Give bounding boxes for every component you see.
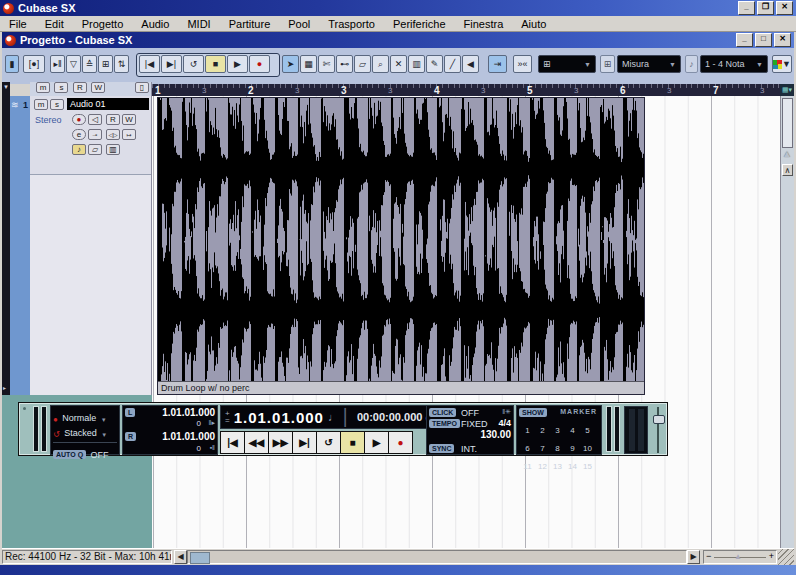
menu-item-midi[interactable]: MIDI [178, 17, 219, 31]
menu-item-finestra[interactable]: Finestra [455, 17, 513, 31]
marker-slot[interactable]: 10 [580, 443, 595, 454]
record-button[interactable]: ● [249, 55, 270, 73]
zoom-slider-handle[interactable]: ▲ [734, 552, 742, 561]
marker-slot[interactable]: 7 [535, 443, 550, 454]
mute-tool-button[interactable]: ✕ [390, 55, 407, 73]
inspector-bottom-icon[interactable]: ▸ [3, 384, 6, 391]
snap-mode-dropdown[interactable]: ⊞▼ [538, 55, 596, 73]
track-list-settings-button[interactable]: ▯ [135, 82, 149, 93]
hscroll-right-button[interactable]: ▶ [687, 550, 700, 564]
punch-in-icon[interactable]: ‖▸ [209, 419, 215, 427]
transport-grip[interactable] [21, 405, 29, 453]
menu-item-file[interactable]: File [0, 17, 36, 31]
menu-item-trasporto[interactable]: Trasporto [319, 17, 384, 31]
marker-slot[interactable]: 12 [535, 461, 550, 472]
transport-rewind-button[interactable]: ◀◀ [244, 431, 269, 454]
left-locator-time[interactable]: 1.01.01.000 [162, 407, 215, 418]
marker-slot[interactable]: 4 [565, 425, 580, 436]
menu-item-partiture[interactable]: Partiture [220, 17, 280, 31]
marker-slot[interactable]: 13 [550, 461, 565, 472]
marker-slot[interactable]: 11 [520, 461, 535, 472]
show-inspector-icon[interactable]: ▸‖ [50, 55, 65, 73]
punch-out-icon[interactable]: ▪‖ [210, 444, 215, 451]
auto-quantize-button[interactable]: AUTO Q [53, 450, 86, 459]
zoom-out-icon[interactable]: − [706, 551, 711, 561]
play-button[interactable]: ▶ [227, 55, 248, 73]
zoom-tool-button[interactable]: ⌕ [372, 55, 389, 73]
marker-slot[interactable]: 8 [550, 443, 565, 454]
open-pool-icon[interactable]: ⊞ [98, 55, 113, 73]
transport-forward-button[interactable]: ▶▶ [268, 431, 293, 454]
vertical-zoom-handle[interactable]: ▲ [782, 148, 792, 159]
fader-knob[interactable] [653, 415, 665, 424]
open-mixer-icon[interactable]: ⇅ [114, 55, 129, 73]
vertical-zoom-button[interactable]: ∧ [782, 164, 793, 176]
snap-button[interactable]: »« [513, 55, 532, 73]
audition-tool-button[interactable]: ◀ [462, 55, 479, 73]
line-tool-button[interactable]: ╱ [444, 55, 461, 73]
show-event-infoline-icon[interactable]: ≙ [82, 55, 97, 73]
range-tool-button[interactable]: ▦ [300, 55, 317, 73]
hscroll-thumb[interactable] [190, 552, 210, 564]
window-resize-grip[interactable] [778, 549, 794, 565]
tempo-button[interactable]: TEMPO [429, 419, 460, 428]
show-info-line-icon[interactable]: ▽ [66, 55, 81, 73]
left-locator-button[interactable]: L [125, 408, 135, 417]
master-fader[interactable] [652, 407, 664, 453]
sends-state-icon[interactable]: ↦ [122, 129, 136, 140]
vertical-scrollbar-thumb[interactable] [782, 98, 793, 148]
transport-goto-start-button[interactable]: |◀ [220, 431, 245, 454]
project-close-button[interactable]: ✕ [774, 33, 791, 47]
tempo-value[interactable]: 130.00 [480, 429, 511, 440]
right-locator-time[interactable]: 1.01.01.000 [162, 431, 215, 442]
transport-stop-button[interactable]: ■ [340, 431, 365, 454]
stop-button[interactable]: ■ [205, 55, 226, 73]
global-read-button[interactable]: R [73, 82, 87, 93]
zoom-in-icon[interactable]: + [769, 551, 774, 561]
auto-quantize-row[interactable]: AUTO Q OFF [53, 442, 117, 463]
lock-button[interactable]: ▱ [88, 144, 102, 155]
menu-item-progetto[interactable]: Progetto [73, 17, 133, 31]
glue-tool-button[interactable]: ⊷ [336, 55, 353, 73]
bars-beats-format-icon[interactable]: ♩ [328, 411, 339, 423]
horizontal-zoom-slider[interactable]: − + ▲ [703, 550, 777, 564]
eq-state-icon[interactable]: ◁▷ [106, 129, 120, 140]
click-icons[interactable]: ‖✳ [502, 408, 511, 416]
transport-record-button[interactable]: ● [388, 431, 413, 454]
autoscroll-button[interactable]: ⇥ [488, 55, 507, 73]
project-minimize-button[interactable]: _ [736, 33, 753, 47]
click-button[interactable]: CLICK [429, 408, 456, 417]
marker-slot[interactable]: 5 [580, 425, 595, 436]
show-markers-button[interactable]: SHOW [519, 408, 547, 417]
global-mute-button[interactable]: m [36, 82, 50, 93]
length-quantize-icon[interactable]: ♪ [685, 55, 698, 73]
draw-tool-button[interactable]: ✎ [426, 55, 443, 73]
transport-panel[interactable]: ● Normale ▼ ↺ Stacked ▼ AUTO Q OFF L 1.0… [18, 402, 668, 456]
timeline-ruler[interactable]: 13233343536373 [152, 84, 780, 96]
cycle-button[interactable]: ↺ [183, 55, 204, 73]
sync-button[interactable]: SYNC [429, 444, 454, 453]
app-restore-button[interactable]: ❐ [757, 1, 774, 15]
color-tool-dropdown[interactable]: ▼ [772, 55, 792, 73]
app-titlebar[interactable]: Cubase SX _ ❐ ✕ [0, 0, 796, 16]
quantize-grid-dropdown[interactable]: Misura▼ [617, 55, 681, 73]
monitor-button[interactable]: ◁ [88, 114, 102, 125]
global-write-button[interactable]: W [91, 82, 105, 93]
track-row[interactable]: m s Audio 01 Stereo ● ◁ R W e ⊸ ◁▷ ↦ ♪ ▱… [30, 96, 151, 175]
note-length-dropdown[interactable]: 1 - 4 Nota▼ [700, 55, 768, 73]
marker-slot[interactable]: 1 [520, 425, 535, 436]
menu-item-audio[interactable]: Audio [132, 17, 178, 31]
timewarp-tool-button[interactable]: ▥ [408, 55, 425, 73]
project-window-titlebar[interactable]: Progetto - Cubase SX _ □ ✕ [2, 32, 794, 48]
nudge-buttons-icon[interactable]: += [225, 410, 230, 424]
vertical-scrollbar[interactable]: ▲ ∧ [780, 96, 794, 548]
audio-event[interactable]: Drum Loop w/ no perc [157, 97, 645, 395]
horizontal-scrollbar[interactable] [187, 550, 687, 564]
transport-play-button[interactable]: ▶ [364, 431, 389, 454]
hscroll-left-button[interactable]: ◀ [174, 550, 187, 564]
show-overview-button[interactable]: [●] [23, 55, 45, 73]
right-locator-button[interactable]: R [125, 432, 136, 441]
goto-start-button[interactable]: |◀ [139, 55, 160, 73]
ruler-options-button[interactable]: ▦▾ [780, 84, 794, 96]
cycle-record-mode-dropdown[interactable]: ↺ Stacked ▼ [53, 423, 107, 441]
